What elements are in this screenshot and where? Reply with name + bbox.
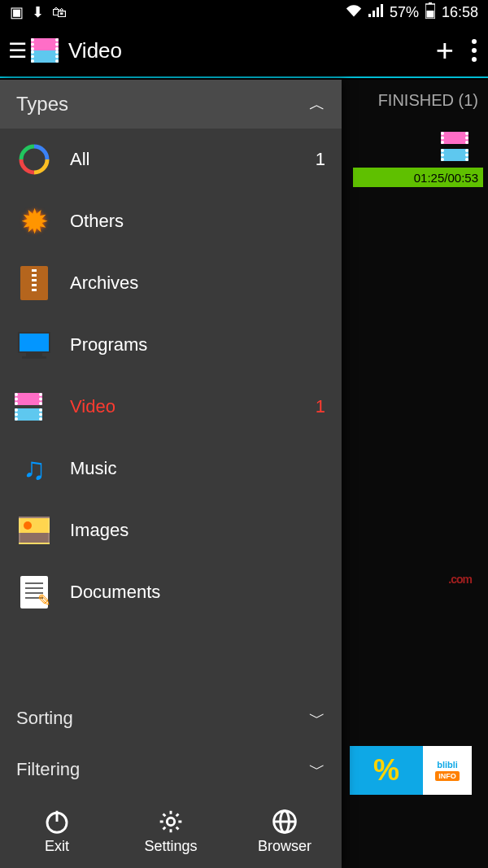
type-video-label: Video bbox=[70, 396, 316, 417]
drawer-footer: Exit Settings Browser bbox=[0, 795, 342, 868]
chevron-down-icon: ﹀ bbox=[309, 707, 325, 729]
section-types-label: Types bbox=[16, 93, 68, 116]
svg-rect-2 bbox=[377, 7, 379, 17]
app-video-icon bbox=[29, 37, 57, 64]
drawer-toggle-button[interactable]: ☰ bbox=[8, 40, 23, 61]
settings-label: Settings bbox=[144, 838, 197, 855]
download-icon: ⬇ bbox=[32, 3, 44, 21]
download-item[interactable]: 01:25/00:53 bbox=[353, 130, 483, 187]
add-button[interactable]: + bbox=[436, 33, 454, 68]
type-archives[interactable]: Archives bbox=[0, 252, 342, 314]
video-icon bbox=[16, 389, 52, 425]
chevron-down-icon: ﹀ bbox=[309, 758, 325, 780]
svg-rect-6 bbox=[426, 11, 434, 18]
type-others[interactable]: ✹ Others bbox=[0, 190, 342, 252]
monitor-icon bbox=[16, 327, 52, 363]
power-icon bbox=[44, 809, 70, 835]
section-sorting-label: Sorting bbox=[16, 708, 73, 729]
type-music-label: Music bbox=[70, 458, 325, 479]
svg-rect-1 bbox=[373, 11, 375, 17]
settings-button[interactable]: Settings bbox=[114, 795, 228, 868]
battery-percent: 57% bbox=[390, 4, 419, 21]
type-documents[interactable]: Documents bbox=[0, 561, 342, 623]
svg-point-9 bbox=[167, 818, 174, 825]
type-others-label: Others bbox=[70, 211, 325, 232]
type-images[interactable]: Images bbox=[0, 499, 342, 561]
status-left: ▣ ⬇ 🛍 bbox=[10, 3, 67, 21]
type-all-count: 1 bbox=[316, 149, 325, 170]
type-video-count: 1 bbox=[316, 396, 325, 417]
ad-info-badge: INFO bbox=[435, 771, 460, 781]
type-documents-label: Documents bbox=[70, 582, 325, 603]
section-filtering-label: Filtering bbox=[16, 759, 80, 780]
download-progress-bar: 01:25/00:53 bbox=[353, 168, 483, 187]
more-menu-button[interactable] bbox=[472, 39, 480, 62]
clock: 16:58 bbox=[442, 4, 478, 21]
image-icon: ▣ bbox=[10, 3, 24, 21]
globe-icon bbox=[272, 809, 298, 835]
battery-icon bbox=[425, 2, 435, 23]
type-images-label: Images bbox=[70, 520, 325, 541]
section-types-header[interactable]: Types ︿ bbox=[0, 80, 342, 129]
type-all[interactable]: All 1 bbox=[0, 129, 342, 190]
recycle-icon bbox=[16, 142, 52, 177]
app-bar: ☰ Video + bbox=[0, 24, 488, 78]
ad-banner[interactable]: % blibli INFO bbox=[350, 746, 472, 795]
status-right: 57% 16:58 bbox=[346, 2, 478, 23]
document-icon bbox=[16, 574, 52, 610]
svg-rect-0 bbox=[368, 14, 371, 17]
ad-brand: blibli bbox=[437, 760, 458, 770]
type-music[interactable]: ♫ Music bbox=[0, 438, 342, 499]
chevron-up-icon: ︿ bbox=[309, 94, 325, 116]
type-archives-label: Archives bbox=[70, 273, 325, 294]
signal-icon bbox=[368, 4, 383, 21]
download-thumb-icon bbox=[439, 130, 472, 163]
exit-button[interactable]: Exit bbox=[0, 795, 114, 868]
store-icon: 🛍 bbox=[52, 4, 67, 21]
type-all-label: All bbox=[70, 149, 316, 170]
section-sorting-header[interactable]: Sorting ﹀ bbox=[0, 692, 342, 744]
image-icon bbox=[16, 513, 52, 548]
status-bar: ▣ ⬇ 🛍 57% 16:58 bbox=[0, 0, 488, 24]
starburst-icon: ✹ bbox=[16, 203, 52, 239]
ad-brand-box: blibli INFO bbox=[423, 746, 472, 795]
browser-label: Browser bbox=[258, 838, 312, 855]
browser-button[interactable]: Browser bbox=[228, 795, 342, 868]
archive-icon bbox=[16, 265, 52, 301]
nav-drawer: Types ︿ All 1 ✹ Others Archives Programs… bbox=[0, 80, 342, 868]
type-programs[interactable]: Programs bbox=[0, 314, 342, 376]
wifi-icon bbox=[346, 4, 362, 21]
tab-finished[interactable]: FINISHED (1) bbox=[373, 91, 483, 110]
svg-rect-3 bbox=[381, 4, 383, 17]
exit-label: Exit bbox=[45, 838, 69, 855]
section-filtering-header[interactable]: Filtering ﹀ bbox=[0, 744, 342, 795]
ad-discount-icon: % bbox=[350, 746, 423, 795]
music-icon: ♫ bbox=[16, 451, 52, 486]
type-video[interactable]: Video 1 bbox=[0, 376, 342, 438]
app-title: Video bbox=[68, 38, 436, 63]
type-programs-label: Programs bbox=[70, 334, 325, 355]
gear-icon bbox=[158, 809, 184, 835]
